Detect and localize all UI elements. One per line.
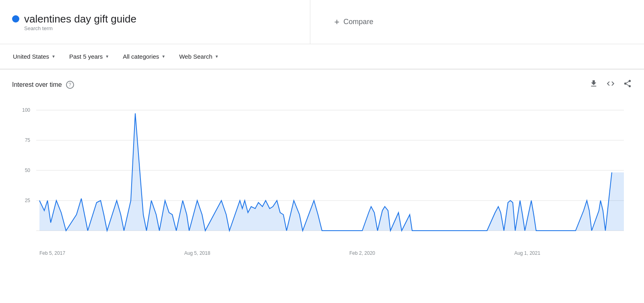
search-term-row: valentines day gift guide: [12, 13, 298, 25]
interest-chart: 100 75 50 25 Feb 5, 2017 Aug 5, 2018 Feb…: [12, 94, 632, 263]
header: valentines day gift guide Search term + …: [0, 0, 644, 44]
search-type-filter[interactable]: Web Search ▼: [178, 51, 219, 61]
search-term-dot: [12, 15, 19, 23]
download-button[interactable]: [589, 79, 598, 90]
help-icon[interactable]: ?: [66, 81, 74, 89]
share-button[interactable]: [623, 79, 632, 90]
search-term-label: Search term: [24, 25, 298, 31]
svg-text:Aug 5, 2018: Aug 5, 2018: [184, 250, 211, 256]
header-left: valentines day gift guide Search term: [0, 0, 310, 44]
region-arrow-icon: ▼: [52, 54, 56, 59]
region-filter[interactable]: United States ▼: [12, 51, 56, 61]
search-type-arrow-icon: ▼: [215, 54, 219, 59]
categories-arrow-icon: ▼: [161, 54, 165, 59]
chart-title: Interest over time: [12, 81, 62, 88]
svg-text:Feb 2, 2020: Feb 2, 2020: [349, 250, 375, 256]
embed-button[interactable]: [606, 79, 615, 90]
svg-text:Feb 5, 2017: Feb 5, 2017: [39, 250, 65, 256]
header-right: + Compare: [310, 0, 644, 44]
svg-text:Aug 1, 2021: Aug 1, 2021: [514, 250, 541, 256]
chart-header: Interest over time ?: [12, 79, 632, 90]
compare-button[interactable]: + Compare: [334, 17, 374, 27]
svg-text:25: 25: [25, 198, 31, 203]
compare-label: Compare: [343, 18, 373, 26]
region-label: United States: [13, 53, 49, 60]
compare-plus-icon: +: [334, 17, 340, 27]
search-term-title: valentines day gift guide: [24, 13, 136, 25]
filters-bar: United States ▼ Past 5 years ▼ All categ…: [0, 44, 644, 70]
search-type-label: Web Search: [179, 53, 212, 60]
chart-container: 100 75 50 25 Feb 5, 2017 Aug 5, 2018 Feb…: [12, 94, 632, 263]
categories-filter[interactable]: All categories ▼: [122, 51, 166, 61]
time-range-filter[interactable]: Past 5 years ▼: [68, 51, 110, 61]
categories-label: All categories: [123, 53, 159, 60]
svg-text:50: 50: [25, 168, 31, 173]
chart-actions: [589, 79, 632, 90]
svg-text:100: 100: [22, 107, 30, 113]
svg-text:75: 75: [25, 137, 31, 143]
time-range-label: Past 5 years: [69, 53, 103, 60]
chart-title-row: Interest over time ?: [12, 81, 74, 89]
chart-section: Interest over time ? 100 75 50: [0, 70, 644, 263]
time-range-arrow-icon: ▼: [105, 54, 109, 59]
